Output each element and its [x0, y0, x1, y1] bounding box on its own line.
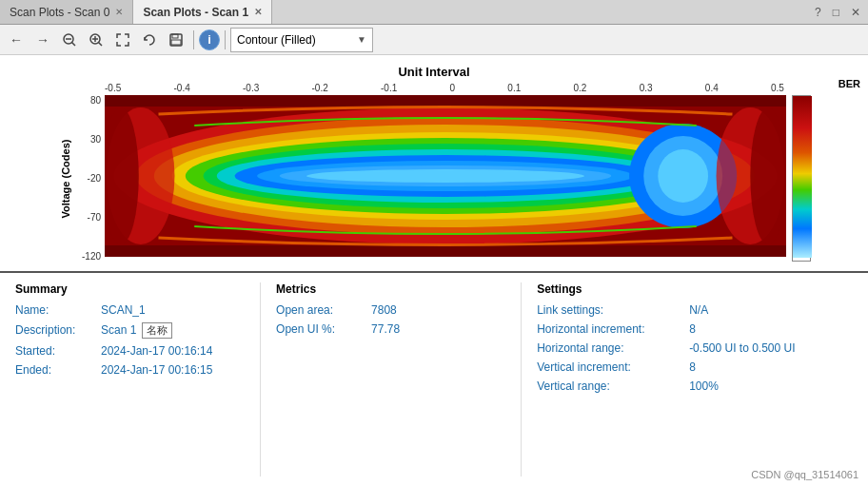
metrics-label-open-ui: Open UI %: — [276, 322, 371, 336]
settings-value-h-increment: 8 — [689, 322, 696, 336]
svg-line-1 — [72, 42, 76, 46]
chart-area: Unit Interval BER -0.5 -0.4 -0.3 -0.2 -0… — [0, 55, 868, 271]
svg-rect-9 — [171, 40, 181, 45]
metrics-row-open-area: Open area: 7808 — [276, 303, 502, 317]
x-label-3: -0.2 — [312, 83, 328, 93]
tab-scan-0-label: Scan Plots - Scan 0 — [10, 6, 109, 19]
x-label-9: 0.4 — [705, 83, 719, 93]
settings-label-h-increment: Horizontal increment: — [537, 322, 689, 336]
chart-plot — [105, 95, 786, 257]
colorbar-svg — [793, 96, 812, 258]
eye-diagram-svg — [105, 95, 786, 257]
x-label-6: 0.1 — [507, 83, 521, 93]
zoom-out-button[interactable] — [57, 28, 82, 52]
summary-value-ended: 2024-Jan-17 00:16:15 — [101, 363, 212, 377]
view-dropdown[interactable]: Contour (Filled) ▼ — [230, 28, 373, 52]
toolbar-separator-2 — [225, 30, 226, 49]
summary-title: Summary — [15, 282, 241, 296]
settings-value-v-range: 100% — [689, 379, 719, 393]
y-tick-minus70: -70 — [74, 212, 101, 223]
summary-value-name: SCAN_1 — [101, 303, 146, 317]
summary-row-started: Started: 2024-Jan-17 00:16:14 — [15, 344, 241, 358]
settings-title: Settings — [537, 282, 853, 296]
settings-row-h-range: Horizontal range: -0.500 UI to 0.500 UI — [537, 341, 853, 355]
window-controls: ? □ ✕ — [811, 4, 868, 21]
toolbar: ← → i Contour (Filled) ▼ — [0, 25, 868, 55]
svg-point-28 — [750, 107, 786, 244]
chart-title: Unit Interval — [57, 65, 811, 79]
main-content: Unit Interval BER -0.5 -0.4 -0.3 -0.2 -0… — [0, 55, 868, 486]
zoom-in-button[interactable] — [84, 28, 108, 52]
settings-label-v-range: Vertical range: — [537, 379, 689, 393]
watermark: CSDN @qq_31514061 — [751, 469, 858, 480]
y-tick-30: 30 — [74, 134, 101, 145]
svg-line-4 — [99, 42, 103, 46]
x-label-8: 0.3 — [640, 83, 653, 93]
settings-label-v-increment: Vertical increment: — [537, 360, 689, 374]
metrics-title: Metrics — [276, 282, 502, 296]
toolbar-separator — [193, 30, 194, 49]
x-label-4: -0.1 — [381, 83, 397, 93]
y-axis-label: Voltage (Codes) — [60, 139, 71, 218]
svg-point-23 — [306, 169, 584, 183]
settings-value-h-range: -0.500 UI to 0.500 UI — [689, 341, 795, 355]
maximize-button[interactable]: □ — [829, 4, 843, 21]
tab-scan-1-label: Scan Plots - Scan 1 — [143, 6, 248, 19]
x-label-1: -0.4 — [174, 83, 190, 93]
settings-label-link: Link settings: — [537, 303, 689, 317]
tab-scan-0-close[interactable]: ✕ — [115, 7, 123, 17]
save-button[interactable] — [164, 28, 188, 52]
metrics-row-open-ui: Open UI %: 77.78 — [276, 322, 502, 336]
svg-rect-11 — [105, 95, 786, 107]
fit-button[interactable] — [110, 28, 135, 52]
back-button[interactable]: ← — [4, 28, 29, 52]
tab-scan-1-close[interactable]: ✕ — [254, 7, 262, 17]
settings-column: Settings Link settings: N/A Horizontal i… — [521, 282, 853, 476]
summary-tag-desc[interactable]: 名称 — [142, 322, 172, 339]
y-tick-80: 80 — [74, 95, 101, 106]
info-button[interactable]: i — [199, 29, 220, 50]
y-tick-minus20: -20 — [74, 173, 101, 184]
summary-label-name: Name: — [15, 303, 101, 317]
y-tick-minus120: -120 — [74, 251, 101, 262]
metrics-column: Metrics Open area: 7808 Open UI %: 77.78 — [260, 282, 521, 476]
refresh-button[interactable] — [137, 28, 162, 52]
tab-scan-0[interactable]: Scan Plots - Scan 0 ✕ — [0, 0, 133, 24]
x-label-10: 0.5 — [771, 83, 784, 93]
summary-row-ended: Ended: 2024-Jan-17 00:16:15 — [15, 363, 241, 377]
summary-value-started: 2024-Jan-17 00:16:14 — [101, 344, 212, 358]
settings-row-link: Link settings: N/A — [537, 303, 853, 317]
x-label-5: 0 — [450, 83, 456, 93]
x-label-2: -0.3 — [243, 83, 259, 93]
summary-section: Summary Name: SCAN_1 Description: Scan 1… — [0, 271, 868, 486]
metrics-value-open-ui: 77.78 — [371, 322, 400, 336]
help-button[interactable]: ? — [811, 4, 825, 21]
settings-row-h-increment: Horizontal increment: 8 — [537, 322, 853, 336]
y-axis-label-container: Voltage (Codes) — [57, 95, 74, 262]
settings-row-v-increment: Vertical increment: 8 — [537, 360, 853, 374]
chevron-down-icon: ▼ — [357, 34, 366, 45]
summary-row-description: Description: Scan 1 名称 — [15, 322, 241, 339]
summary-label-ended: Ended: — [15, 363, 101, 377]
tab-scan-1[interactable]: Scan Plots - Scan 1 ✕ — [133, 0, 272, 24]
settings-row-v-range: Vertical range: 100% — [537, 379, 853, 393]
dropdown-label: Contour (Filled) — [237, 33, 316, 47]
settings-value-link: N/A — [689, 303, 708, 317]
y-axis-ticks: 80 30 -20 -70 -120 — [74, 95, 105, 262]
forward-button[interactable]: → — [30, 28, 55, 52]
summary-column: Summary Name: SCAN_1 Description: Scan 1… — [15, 282, 260, 476]
metrics-value-open-area: 7808 — [371, 303, 397, 317]
colorbar — [792, 95, 811, 262]
summary-row-name: Name: SCAN_1 — [15, 303, 241, 317]
svg-rect-31 — [793, 96, 812, 258]
settings-label-h-range: Horizontal range: — [537, 341, 689, 355]
summary-value-desc: Scan 1 — [101, 323, 136, 337]
summary-label-started: Started: — [15, 344, 101, 358]
svg-point-26 — [658, 149, 708, 203]
settings-value-v-increment: 8 — [689, 360, 696, 374]
summary-label-desc: Description: — [15, 323, 101, 337]
chart-body: Voltage (Codes) 80 30 -20 -70 -120 — [57, 95, 811, 262]
ber-label: BER — [838, 78, 860, 89]
tab-bar: Scan Plots - Scan 0 ✕ Scan Plots - Scan … — [0, 0, 868, 25]
close-button[interactable]: ✕ — [847, 4, 864, 21]
